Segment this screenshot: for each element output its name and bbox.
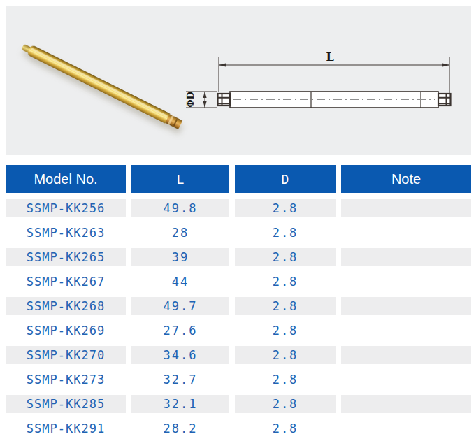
diameter-cell: 2.8 <box>235 273 336 291</box>
diameter-cell: 2.8 <box>235 321 336 340</box>
l-arrow-right <box>442 63 449 66</box>
model-cell: SSMP-KK270 <box>6 346 126 364</box>
note-cell <box>341 419 471 438</box>
d-arrow-bottom <box>203 101 206 108</box>
length-dim-label: L <box>326 50 333 64</box>
length-cell: 39 <box>131 248 229 266</box>
note-cell <box>341 248 471 266</box>
model-cell: SSMP-KK265 <box>6 248 126 266</box>
note-cell <box>341 273 471 291</box>
note-cell <box>341 297 471 315</box>
diameter-cell: 2.8 <box>235 248 336 266</box>
length-cell: 49.8 <box>131 199 229 217</box>
diameter-dim-label: ΦD <box>185 92 196 108</box>
diameter-cell: 2.8 <box>235 199 336 217</box>
length-cell: 28 <box>131 224 229 242</box>
col-header-diameter: D <box>235 165 336 193</box>
length-cell: 34.6 <box>131 346 229 364</box>
diameter-cell: 2.8 <box>235 419 336 438</box>
model-cell: SSMP-KK285 <box>6 395 126 413</box>
spec-table: Model No. L D Note SSMP-KK256 49.8 2.8 S… <box>6 165 471 438</box>
model-cell: SSMP-KK263 <box>6 224 126 242</box>
l-extension-lines <box>219 57 449 94</box>
catalog-page: L ΦD Model No. L D Note SSMP-KK256 49.8 … <box>0 0 476 438</box>
diameter-cell: 2.8 <box>235 224 336 242</box>
model-cell: SSMP-KK267 <box>6 273 126 291</box>
model-cell: SSMP-KK273 <box>6 370 126 389</box>
diameter-cell: 2.8 <box>235 297 336 315</box>
length-cell: 32.1 <box>131 395 229 413</box>
length-cell: 49.7 <box>131 297 229 315</box>
col-header-note: Note <box>341 165 471 193</box>
col-header-length: L <box>131 165 229 193</box>
length-cell: 32.7 <box>131 370 229 389</box>
model-cell: SSMP-KK256 <box>6 199 126 217</box>
col-header-model: Model No. <box>6 165 126 193</box>
model-cell: SSMP-KK291 <box>6 419 126 438</box>
diameter-cell: 2.8 <box>235 346 336 364</box>
model-cell: SSMP-KK268 <box>6 297 126 315</box>
length-cell: 28.2 <box>131 419 229 438</box>
diameter-cell: 2.8 <box>235 395 336 413</box>
l-arrow-left <box>219 63 226 66</box>
note-cell <box>341 395 471 413</box>
d-arrow-top <box>203 92 206 98</box>
model-cell: SSMP-KK269 <box>6 321 126 340</box>
note-cell <box>341 370 471 389</box>
note-cell <box>341 321 471 340</box>
note-cell <box>341 224 471 242</box>
note-cell <box>341 346 471 364</box>
length-cell: 44 <box>131 273 229 291</box>
diameter-cell: 2.8 <box>235 370 336 389</box>
product-photo-panel: L ΦD <box>6 6 471 155</box>
dimension-drawing: L ΦD <box>6 6 471 155</box>
length-cell: 27.6 <box>131 321 229 340</box>
note-cell <box>341 199 471 217</box>
